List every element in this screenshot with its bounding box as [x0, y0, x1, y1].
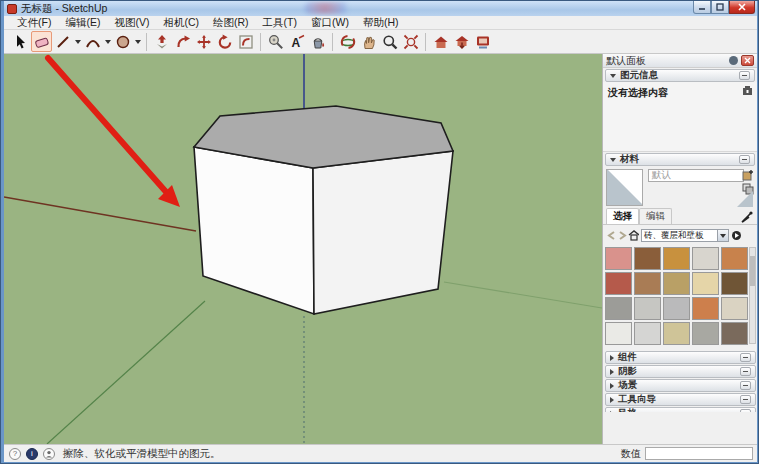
maximize-icon [716, 3, 724, 11]
prism-front-right-face[interactable] [313, 151, 453, 314]
arc-tool[interactable] [82, 31, 103, 52]
shape-tool-dropdown[interactable] [133, 31, 142, 52]
back-arrow-icon[interactable] [606, 230, 617, 241]
line-tool-dropdown[interactable] [73, 31, 82, 52]
section-shadows[interactable]: 阴影 [605, 365, 756, 378]
shadows-rollup-button[interactable] [740, 367, 751, 376]
tray-close-button[interactable] [741, 55, 754, 66]
pin-icon[interactable] [729, 56, 738, 65]
material-swatch-15[interactable] [721, 297, 748, 320]
zoom-tool[interactable] [379, 31, 400, 52]
menu-help[interactable]: 帮助(H) [356, 16, 406, 29]
minimize-button[interactable] [693, 1, 711, 14]
maximize-button[interactable] [711, 1, 729, 14]
material-swatch-8[interactable] [663, 272, 690, 295]
menu-edit[interactable]: 编辑(E) [58, 16, 107, 29]
shape-icon [115, 34, 131, 50]
status-hint-text: 擦除、软化或平滑模型中的图元。 [63, 447, 221, 461]
create-material-icon[interactable] [742, 169, 754, 181]
orbit-tool[interactable] [337, 31, 358, 52]
title-bar: 无标题 - SketchUp [4, 1, 757, 16]
drawing-canvas[interactable] [4, 54, 602, 444]
pan-tool[interactable] [358, 31, 379, 52]
materials-header[interactable]: 材料 [605, 153, 755, 166]
entity-info-rollup-button[interactable] [739, 71, 750, 80]
move-tool[interactable] [193, 31, 214, 52]
home-icon[interactable] [628, 230, 639, 241]
entity-info-header[interactable]: 图元信息 [605, 69, 755, 82]
scenes-rollup-button[interactable] [740, 381, 751, 390]
paint-icon [310, 34, 326, 50]
material-swatch-11[interactable] [605, 297, 632, 320]
menu-window[interactable]: 窗口(W) [304, 16, 356, 29]
sample-paint-corner [737, 191, 753, 207]
details-arrow-icon[interactable] [731, 230, 742, 241]
swatch-scrollbar[interactable] [749, 247, 756, 344]
arc-tool-dropdown[interactable] [103, 31, 112, 52]
tab-edit[interactable]: 编辑 [639, 208, 672, 224]
material-swatch-2[interactable] [634, 247, 661, 270]
material-category-dropdown[interactable]: 砖、覆层和壁板 [641, 229, 729, 242]
toolbar-separator [425, 33, 426, 51]
chevron-down-icon [75, 40, 81, 44]
pan-icon [361, 34, 377, 50]
material-swatch-14[interactable] [692, 297, 719, 320]
text-tool[interactable]: A [286, 31, 307, 52]
followme-tool[interactable] [172, 31, 193, 52]
material-swatch-17[interactable] [634, 322, 661, 345]
section-scenes[interactable]: 场景 [605, 379, 756, 392]
material-swatch-9[interactable] [692, 272, 719, 295]
menu-tools[interactable]: 工具(T) [256, 16, 304, 29]
material-swatch-16[interactable] [605, 322, 632, 345]
share-model-tool[interactable] [451, 31, 472, 52]
pushpull-tool[interactable] [151, 31, 172, 52]
components-rollup-button[interactable] [740, 353, 751, 362]
material-name-field[interactable]: 默认 [648, 169, 744, 182]
user-icon[interactable] [43, 448, 55, 460]
menu-camera[interactable]: 相机(C) [156, 16, 206, 29]
forward-arrow-icon[interactable] [617, 230, 628, 241]
materials-rollup-button[interactable] [739, 155, 750, 164]
rotate-tool[interactable] [214, 31, 235, 52]
section-instructor[interactable]: 工具向导 [605, 393, 756, 406]
material-swatch-7[interactable] [634, 272, 661, 295]
select-tool[interactable] [10, 31, 31, 52]
close-button[interactable] [729, 1, 755, 14]
eyedropper-icon[interactable] [741, 211, 753, 225]
eraser-tool[interactable] [31, 31, 52, 52]
menu-draw[interactable]: 绘图(R) [206, 16, 256, 29]
extension-warehouse-tool[interactable] [472, 31, 493, 52]
instructor-rollup-button[interactable] [740, 395, 751, 404]
hexagonal-prism[interactable] [194, 106, 453, 314]
tape-measure-tool[interactable] [265, 31, 286, 52]
menu-file[interactable]: 文件(F) [10, 16, 58, 29]
minimize-icon [698, 3, 706, 11]
orbit-icon [340, 34, 356, 50]
tray-close-icon [744, 57, 751, 64]
offset-tool[interactable] [235, 31, 256, 52]
material-swatch-5[interactable] [721, 247, 748, 270]
material-swatch-10[interactable] [721, 272, 748, 295]
material-swatch-13[interactable] [663, 297, 690, 320]
zoom-extents-tool[interactable] [400, 31, 421, 52]
get-models-tool[interactable] [430, 31, 451, 52]
material-swatch-12[interactable] [634, 297, 661, 320]
line-tool[interactable] [52, 31, 73, 52]
paint-bucket-tool[interactable] [307, 31, 328, 52]
section-components[interactable]: 组件 [605, 351, 756, 364]
material-swatch-3[interactable] [663, 247, 690, 270]
material-swatch-20[interactable] [721, 322, 748, 345]
shape-tool[interactable] [112, 31, 133, 52]
entity-details-icon[interactable] [742, 85, 753, 98]
material-swatch-19[interactable] [692, 322, 719, 345]
measurements-input[interactable] [645, 447, 753, 460]
info-icon[interactable]: i [26, 448, 38, 460]
menu-view[interactable]: 视图(V) [107, 16, 156, 29]
material-swatch-1[interactable] [605, 247, 632, 270]
material-swatch-4[interactable] [692, 247, 719, 270]
material-swatch-6[interactable] [605, 272, 632, 295]
help-icon[interactable]: ? [9, 448, 21, 460]
material-swatch-18[interactable] [663, 322, 690, 345]
tab-select[interactable]: 选择 [606, 208, 639, 224]
chevron-down-icon [610, 158, 616, 162]
